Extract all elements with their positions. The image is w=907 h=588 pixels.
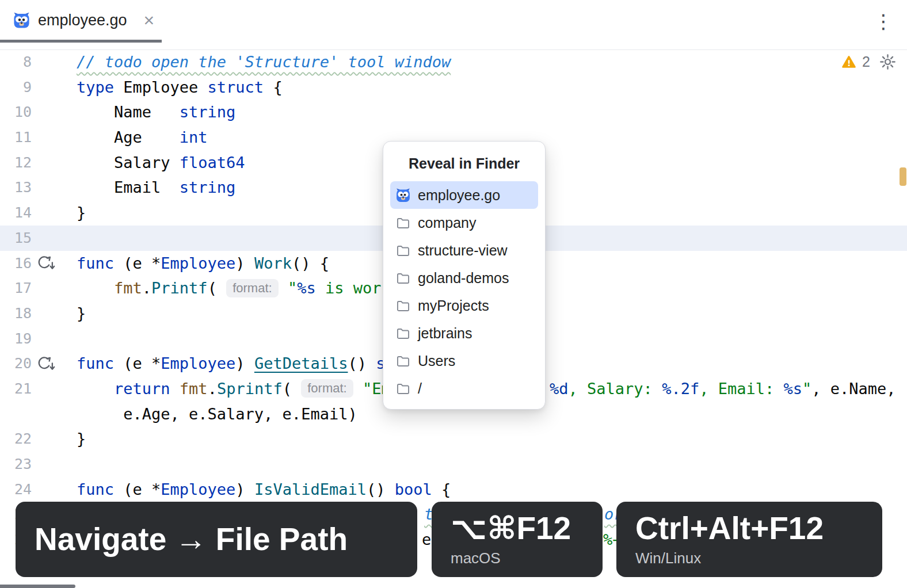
line-number: 12 — [0, 150, 32, 175]
line-number: 10 — [0, 100, 32, 125]
badge-subtitle: macOS — [451, 549, 584, 567]
code-token: " — [288, 279, 297, 297]
implements-gutter-icon[interactable] — [36, 255, 56, 272]
code-token: e.Age, e.Salary, e.Email) — [77, 405, 357, 423]
line-number: 23 — [0, 452, 32, 477]
scrollbar-warning-mark[interactable] — [900, 167, 906, 186]
line-number: 11 — [0, 125, 32, 150]
code-token: Age — [77, 128, 180, 146]
code-token: (e * — [114, 254, 161, 272]
code-token: , Email: — [699, 380, 783, 398]
code-token: Email — [77, 178, 180, 196]
ide-window: employee.go × ⋮ 8// todo open the 'Struc… — [0, 0, 907, 588]
code-token: func — [77, 254, 114, 272]
settings-gear-icon[interactable] — [879, 53, 897, 71]
line-number: 16 — [0, 251, 32, 276]
popup-item-myprojects[interactable]: myProjects — [390, 292, 538, 319]
badge-title: Navigate → File Path — [35, 522, 398, 556]
code-token: string — [180, 178, 236, 196]
code-token: } — [77, 304, 86, 322]
code-token: %s — [297, 279, 316, 297]
implements-gutter-icon[interactable] — [36, 356, 56, 372]
popup-item--[interactable]: / — [390, 375, 538, 402]
code-text: Email string — [77, 175, 235, 200]
code-line-8[interactable]: 8// todo open the 'Structure' tool windo… — [0, 49, 907, 75]
popup-item-label: myProjects — [418, 297, 489, 314]
code-token — [77, 380, 114, 398]
popup-item-company[interactable]: company — [390, 209, 538, 236]
code-token: fmt — [180, 380, 208, 398]
line-number: 22 — [0, 426, 32, 452]
code-token: GetDetails — [254, 354, 348, 372]
code-token: func — [77, 480, 114, 498]
line-number: 14 — [0, 200, 32, 226]
line-number: 13 — [0, 175, 32, 200]
folder-icon — [395, 381, 411, 396]
code-token: , e.Name, — [811, 380, 895, 398]
code-text: Name string — [77, 100, 235, 125]
code-token: ) — [235, 480, 254, 498]
code-text: type Employee struct { — [77, 75, 283, 100]
code-token — [353, 380, 363, 398]
popup-item-users[interactable]: Users — [390, 347, 538, 375]
code-token: () { — [292, 254, 329, 272]
code-token — [170, 380, 180, 398]
line-number: 9 — [0, 75, 32, 100]
folder-icon — [395, 326, 411, 341]
line-number: 8 — [0, 49, 32, 75]
code-token: () — [348, 354, 376, 372]
code-line-23[interactable]: 23 — [0, 452, 907, 477]
code-token: float64 — [180, 154, 245, 171]
active-tab-indicator — [0, 40, 162, 43]
warning-icon — [841, 55, 857, 70]
code-token: Work — [254, 254, 292, 272]
code-line-22[interactable]: 22} — [0, 426, 907, 452]
code-text: Age int — [77, 125, 208, 150]
warning-count: 2 — [862, 54, 870, 70]
popup-item-label: structure-view — [418, 242, 508, 259]
line-number: 17 — [0, 276, 32, 301]
code-line-10[interactable]: 10 Name string — [0, 100, 907, 125]
popup-item-structure-view[interactable]: structure-view — [390, 236, 538, 264]
code-token: struct — [208, 78, 264, 96]
code-text: Salary float64 — [77, 150, 245, 175]
badge-title: ⌥⌘F12 — [451, 511, 584, 545]
code-token: () — [367, 480, 395, 498]
code-token: Employee — [161, 354, 235, 372]
line-number: 15 — [0, 226, 32, 251]
popup-item-goland-demos[interactable]: goland-demos — [390, 264, 538, 292]
code-token: %s — [783, 380, 802, 398]
code-token: Employee — [161, 480, 235, 498]
code-token: func — [77, 354, 114, 372]
bottom-scrollbar[interactable] — [0, 585, 75, 588]
code-text: } — [77, 301, 86, 326]
inlay-hint: format: — [301, 379, 353, 398]
inspections-widget[interactable]: 2 — [841, 53, 897, 71]
close-tab-icon[interactable]: × — [144, 11, 155, 29]
code-token — [279, 279, 288, 297]
popup-item-employee-go[interactable]: employee.go — [390, 181, 538, 209]
code-text: func (e *Employee) Work() { — [77, 251, 329, 276]
overlay-command-badge: Navigate → File Path — [16, 502, 417, 577]
code-token: type — [77, 78, 114, 96]
more-options-icon[interactable]: ⋮ — [874, 12, 893, 31]
code-line-24[interactable]: 24func (e *Employee) IsValidEmail() bool… — [0, 477, 907, 502]
code-token: ) — [235, 254, 254, 272]
overlay-shortcut-winlinux: Ctrl+Alt+F12Win/Linux — [616, 502, 882, 577]
popup-item-jetbrains[interactable]: jetbrains — [390, 319, 538, 347]
code-token: ( — [283, 380, 302, 398]
code-token: (e * — [114, 480, 161, 498]
code-token: ( — [208, 279, 227, 297]
code-token: , Salary: — [569, 380, 662, 398]
code-token: . — [142, 279, 151, 297]
folder-icon — [395, 298, 411, 314]
code-token: Employee — [114, 78, 208, 96]
badge-subtitle: Win/Linux — [635, 549, 863, 567]
code-token: Employee — [161, 254, 235, 272]
code-line-9[interactable]: 9type Employee struct { — [0, 75, 907, 100]
code-token: IsValidEmail — [254, 480, 367, 498]
tab-label: employee.go — [38, 12, 127, 29]
tab-employee-go[interactable]: employee.go × — [0, 0, 154, 40]
code-token: { — [432, 480, 451, 498]
line-number: 24 — [0, 477, 32, 502]
